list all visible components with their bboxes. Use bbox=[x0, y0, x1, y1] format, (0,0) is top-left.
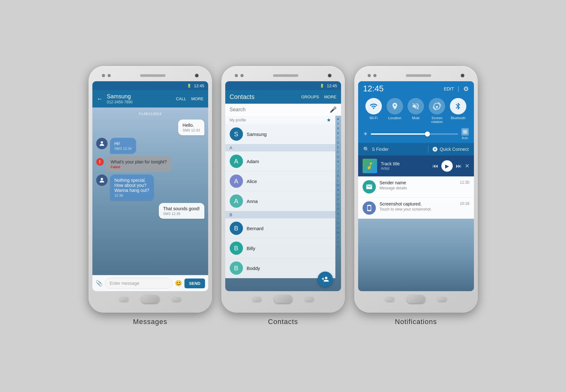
nav-back-btn-3[interactable] bbox=[385, 297, 394, 301]
quickconnect-button[interactable]: Quick Connect bbox=[432, 146, 469, 152]
notification-item-message[interactable]: Sender name Message details 11:30 bbox=[358, 176, 474, 198]
contacts-more-button[interactable]: MORE bbox=[324, 95, 337, 99]
phone-speaker-3 bbox=[406, 74, 431, 77]
index-a[interactable]: A bbox=[337, 126, 339, 131]
next-track-button[interactable]: ⏭ bbox=[456, 163, 462, 169]
index-k[interactable]: K bbox=[337, 174, 339, 178]
message-left-wrapper: Hi! SMS 12:34 bbox=[96, 138, 204, 154]
toggle-wifi[interactable]: Wi-Fi bbox=[365, 98, 382, 124]
index-v[interactable]: V bbox=[337, 226, 339, 230]
index-b[interactable]: B bbox=[337, 131, 339, 136]
nav-home-btn-3[interactable] bbox=[407, 295, 425, 303]
nav-recent-btn-2[interactable] bbox=[305, 297, 314, 301]
phone-dot bbox=[102, 74, 105, 77]
messages-header: ← Samsung 012-3456-7890 CALL MORE bbox=[92, 90, 208, 107]
toggle-bluetooth[interactable]: Bluetooth bbox=[450, 98, 466, 124]
notification-screenshot-title: Screenshot captured. bbox=[380, 201, 456, 206]
index-o[interactable]: O bbox=[337, 193, 339, 197]
contacts-search-input[interactable] bbox=[230, 107, 327, 113]
groups-button[interactable]: GROUPS bbox=[301, 95, 319, 99]
index-i[interactable]: I bbox=[338, 164, 339, 169]
index-c[interactable]: C bbox=[337, 136, 339, 140]
attach-icon[interactable]: 📎 bbox=[96, 280, 103, 287]
nav-home-btn[interactable] bbox=[141, 295, 159, 303]
index-n[interactable]: N bbox=[337, 188, 339, 193]
add-contact-fab[interactable] bbox=[318, 272, 333, 287]
phone-dot bbox=[240, 74, 244, 77]
contacts-status-time: 12:45 bbox=[327, 83, 337, 88]
index-hash[interactable]: # bbox=[337, 122, 339, 126]
message-meta: SMS 12:33 bbox=[183, 128, 200, 132]
message-meta: SMS 12:34 bbox=[115, 147, 132, 150]
index-p[interactable]: P bbox=[337, 198, 339, 202]
fail-icon: ! bbox=[96, 158, 104, 166]
prev-track-button[interactable]: ⏮ bbox=[432, 163, 438, 169]
brightness-low-icon: ☀ bbox=[363, 131, 368, 137]
mute-toggle-label: Mute bbox=[412, 116, 420, 120]
contact-billy[interactable]: B Billy bbox=[225, 238, 335, 258]
edit-button[interactable]: EDIT bbox=[444, 86, 454, 91]
phone-dot bbox=[108, 74, 111, 77]
phone-dots bbox=[102, 74, 111, 77]
index-q[interactable]: Q bbox=[337, 202, 339, 207]
message-bubble-right-2: That sounds good! SMS 12:39 bbox=[159, 203, 204, 219]
index-t[interactable]: T bbox=[337, 217, 339, 221]
settings-icon[interactable]: ⚙ bbox=[463, 85, 469, 93]
index-u[interactable]: U bbox=[337, 221, 339, 226]
contact-anna[interactable]: A Anna bbox=[225, 191, 335, 211]
contact-name: Samsung bbox=[247, 132, 267, 137]
nav-recent-btn[interactable] bbox=[172, 297, 181, 301]
toggle-mute[interactable]: Mute bbox=[407, 98, 424, 124]
notification-item-screenshot[interactable]: Screenshot captured. Touch to view your … bbox=[358, 198, 474, 219]
bluetooth-toggle-label: Bluetooth bbox=[451, 116, 465, 120]
toggle-location[interactable]: Location bbox=[387, 98, 403, 124]
contact-bernard[interactable]: B Bernard bbox=[225, 218, 335, 238]
nav-back-btn-2[interactable] bbox=[252, 297, 261, 301]
quickconnect-label: Quick Connect bbox=[440, 147, 469, 152]
microphone-icon[interactable]: 🎤 bbox=[330, 106, 337, 113]
call-button[interactable]: CALL bbox=[176, 96, 186, 101]
nav-recent-btn-3[interactable] bbox=[438, 297, 447, 301]
index-m[interactable]: M bbox=[337, 183, 339, 188]
index-h[interactable]: H bbox=[337, 160, 339, 164]
contact-alice[interactable]: A Alice bbox=[225, 171, 335, 191]
more-button[interactable]: MORE bbox=[191, 96, 204, 101]
index-j[interactable]: J bbox=[337, 169, 339, 174]
index-f[interactable]: F bbox=[337, 150, 339, 155]
auto-icon bbox=[461, 128, 469, 136]
send-button[interactable]: SEND bbox=[184, 279, 205, 288]
index-y[interactable]: Y bbox=[337, 240, 339, 245]
index-r[interactable]: R bbox=[337, 207, 339, 211]
sfinder-button[interactable]: 🔍 S Finder bbox=[363, 146, 424, 152]
contact-adam[interactable]: A Adam bbox=[225, 151, 335, 171]
message-input-field[interactable]: Enter message bbox=[105, 278, 173, 289]
notification-time-1: 11:30 bbox=[460, 180, 469, 185]
close-music-button[interactable]: ✕ bbox=[465, 162, 470, 169]
brightness-track[interactable] bbox=[371, 133, 458, 135]
index-g[interactable]: G bbox=[337, 155, 339, 159]
contact-samsung[interactable]: S Samsung bbox=[225, 124, 335, 144]
my-profile-section: My profile ★ bbox=[225, 116, 335, 124]
index-z[interactable]: Z bbox=[337, 245, 339, 249]
back-icon[interactable]: ← bbox=[97, 95, 103, 102]
play-button[interactable]: ▶ bbox=[441, 160, 453, 172]
nav-back-btn[interactable] bbox=[120, 297, 128, 301]
index-w[interactable]: W bbox=[337, 231, 339, 235]
brightness-thumb[interactable] bbox=[425, 132, 430, 137]
brightness-auto[interactable]: Auto bbox=[461, 128, 469, 140]
section-header-b: B bbox=[225, 211, 335, 218]
index-star[interactable]: ★ bbox=[337, 117, 339, 121]
messages-body: Fri,06/11/2014 Hello. SMS 12:33 bbox=[92, 107, 208, 275]
nav-home-btn-2[interactable] bbox=[274, 295, 292, 303]
index-d[interactable]: D bbox=[337, 141, 339, 145]
index-x[interactable]: X bbox=[337, 236, 339, 240]
phone-bottom-bar-2 bbox=[225, 291, 341, 307]
message-text: Hi! bbox=[115, 141, 132, 146]
toggle-screen-rotation[interactable]: Screen rotation bbox=[429, 98, 445, 124]
location-toggle-circle bbox=[387, 98, 403, 114]
index-s[interactable]: S bbox=[337, 212, 339, 216]
index-l[interactable]: L bbox=[337, 179, 339, 183]
brightness-row: ☀ Auto bbox=[358, 126, 474, 143]
emoji-icon[interactable]: 😊 bbox=[175, 280, 182, 287]
index-e[interactable]: E bbox=[337, 145, 339, 150]
